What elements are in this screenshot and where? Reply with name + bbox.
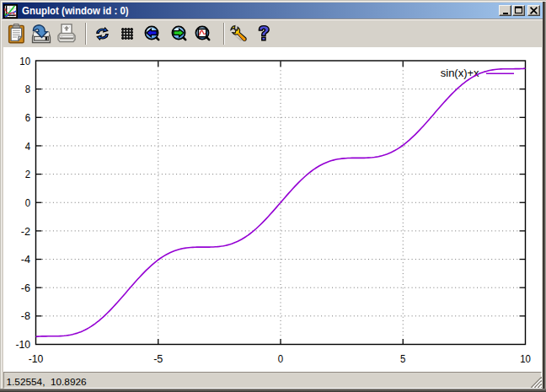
svg-text:-5: -5 (153, 352, 163, 365)
svg-text:6: 6 (25, 111, 30, 124)
svg-text:10: 10 (520, 352, 531, 365)
svg-text:5: 5 (400, 352, 405, 365)
svg-text:-10: -10 (15, 338, 30, 351)
svg-text:2: 2 (25, 168, 30, 180)
svg-text:-4: -4 (21, 253, 30, 266)
svg-text:10: 10 (19, 55, 30, 67)
svg-text:-2: -2 (21, 225, 30, 238)
svg-text:sin(x)+x: sin(x)+x (441, 67, 479, 79)
svg-text:-6: -6 (21, 282, 30, 294)
svg-text:-8: -8 (21, 309, 30, 322)
svg-text:4: 4 (25, 140, 30, 153)
svg-text:0: 0 (278, 352, 283, 365)
svg-text:-10: -10 (29, 352, 44, 365)
svg-text:8: 8 (25, 83, 30, 95)
svg-text:0: 0 (25, 196, 30, 209)
